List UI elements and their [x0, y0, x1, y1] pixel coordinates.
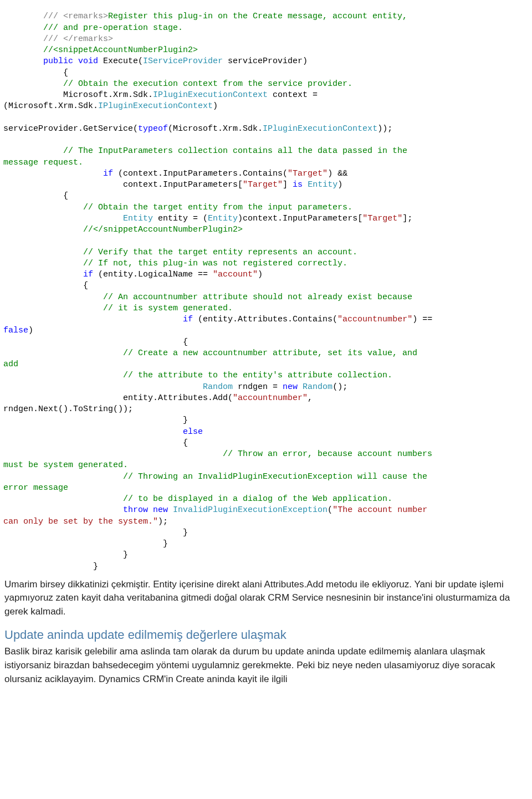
code-type: Entity — [3, 214, 153, 223]
code-text: rndgen.Next().ToString()); — [3, 404, 133, 414]
code-type: InvalidPluginExecutionException — [168, 505, 328, 515]
code-text: { — [3, 68, 68, 78]
code-comment: error message — [3, 483, 68, 493]
code-string: "The account number — [332, 505, 432, 515]
code-text: ] — [283, 180, 293, 189]
code-text: } — [3, 550, 128, 560]
code-text: , — [308, 393, 318, 403]
code-text: (entity.LogicalName == — [93, 270, 213, 279]
code-comment: // Obtain the execution context from the… — [3, 79, 352, 89]
code-keyword: typeof — [138, 124, 168, 134]
code-string: "accountnumber" — [337, 315, 412, 324]
code-text: (entity.Attributes.Contains( — [193, 315, 337, 324]
code-text: { — [3, 438, 188, 448]
code-comment: message request. — [3, 158, 83, 167]
code-text: ) — [213, 101, 218, 111]
code-text: (Microsoft.Xrm.Sdk. — [3, 101, 98, 111]
code-keyword: else — [3, 427, 203, 437]
code-text: (); — [332, 382, 347, 392]
code-text: context = — [268, 90, 323, 100]
code-text: } — [3, 528, 188, 537]
code-text: ) — [28, 326, 33, 335]
code-string: "Target" — [243, 180, 283, 189]
code-text: } — [3, 539, 168, 549]
code-keyword: is — [293, 180, 303, 189]
code-comment: // The InputParameters collection contai… — [3, 146, 412, 156]
code-text: serviceProvider.GetService( — [3, 124, 138, 134]
code-text: { — [3, 191, 68, 201]
paragraph-1: Umarim birsey dikkatinizi çekmiştir. Ent… — [0, 572, 532, 619]
code-string: "Target" — [288, 169, 328, 178]
code-type: IPluginExecutionContext — [98, 101, 213, 111]
code-text: rndgen = — [233, 382, 283, 392]
code-text: entity = ( — [153, 214, 208, 223]
code-text: ) — [337, 180, 342, 189]
code-line: /// <remarks> — [3, 12, 108, 21]
code-keyword: if — [3, 270, 93, 279]
code-text: ) — [258, 270, 263, 279]
code-comment: // Throw an error, because account numbe… — [3, 449, 437, 459]
code-string: can only be set by the system." — [3, 517, 158, 526]
code-line: //<snippetAccountNumberPlugin2> — [3, 45, 198, 55]
code-line: Register this plug-in on the Create mess… — [108, 12, 407, 21]
code-string: "Target" — [362, 214, 402, 223]
code-text: Execute( — [98, 57, 143, 66]
code-text: )); — [377, 124, 392, 134]
code-keyword: void — [73, 57, 98, 66]
paragraph-2: Baslik biraz karisik gelebilir ama aslin… — [0, 644, 532, 686]
code-keyword: new — [283, 382, 298, 392]
code-comment: // An accountnumber attribute should not… — [3, 293, 412, 302]
code-text: { — [3, 337, 188, 347]
code-text: { — [3, 281, 88, 290]
code-comment: // to be displayed in a dialog of the We… — [3, 494, 392, 504]
code-block: /// <remarks>Register this plug-in on th… — [0, 0, 532, 572]
code-comment: must be system generated. — [3, 460, 128, 470]
code-text: entity.Attributes.Add( — [3, 393, 233, 403]
code-text: ) && — [328, 169, 347, 178]
code-keyword: public — [3, 57, 73, 66]
code-comment: // it is system generated. — [3, 304, 233, 313]
code-line: /// and pre-operation stage. — [3, 23, 183, 33]
code-keyword: if — [3, 315, 193, 324]
code-string: "account" — [213, 270, 258, 279]
code-text: ( — [328, 505, 332, 515]
code-keyword: false — [3, 326, 28, 335]
code-keyword: new — [148, 505, 168, 515]
code-type: Random — [3, 382, 233, 392]
code-text: )context.InputParameters[ — [238, 214, 362, 223]
code-text: (Microsoft.Xrm.Sdk. — [168, 124, 263, 134]
code-type: Entity — [208, 214, 238, 223]
code-type: Entity — [303, 180, 337, 189]
code-comment: // Obtain the target entity from the inp… — [3, 203, 352, 212]
code-text: Microsoft.Xrm.Sdk. — [3, 90, 153, 100]
code-text: } — [3, 562, 98, 571]
code-text: context.InputParameters[ — [3, 180, 243, 189]
code-text: (context.InputParameters.Contains( — [113, 169, 288, 178]
code-text: } — [3, 416, 188, 425]
code-type: IPluginExecutionContext — [153, 90, 268, 100]
code-type: Random — [298, 382, 332, 392]
code-comment: // Throwing an InvalidPluginExecutionExc… — [3, 472, 432, 482]
code-comment: //</snippetAccountNumberPlugin2> — [3, 225, 243, 234]
code-text: serviceProvider) — [223, 57, 308, 66]
code-line: /// </remarks> — [3, 34, 113, 44]
code-keyword: if — [3, 169, 113, 178]
code-comment: add — [3, 360, 18, 369]
code-type: IPluginExecutionContext — [263, 124, 377, 134]
code-type: IServiceProvider — [143, 57, 223, 66]
code-text: ); — [158, 517, 168, 526]
code-comment: // Create a new accountnumber attribute,… — [3, 349, 422, 358]
code-keyword: throw — [3, 505, 148, 515]
code-comment: // If not, this plug-in was not register… — [3, 259, 347, 268]
code-comment: // Verify that the target entity represe… — [3, 248, 357, 257]
code-comment: // the attribute to the entity's attribu… — [3, 371, 392, 380]
code-text: ]; — [402, 214, 412, 223]
code-text: ) == — [412, 315, 437, 324]
section-heading: Update aninda update edilmemiş değerlere… — [0, 619, 532, 644]
code-string: "accountnumber" — [233, 393, 308, 403]
